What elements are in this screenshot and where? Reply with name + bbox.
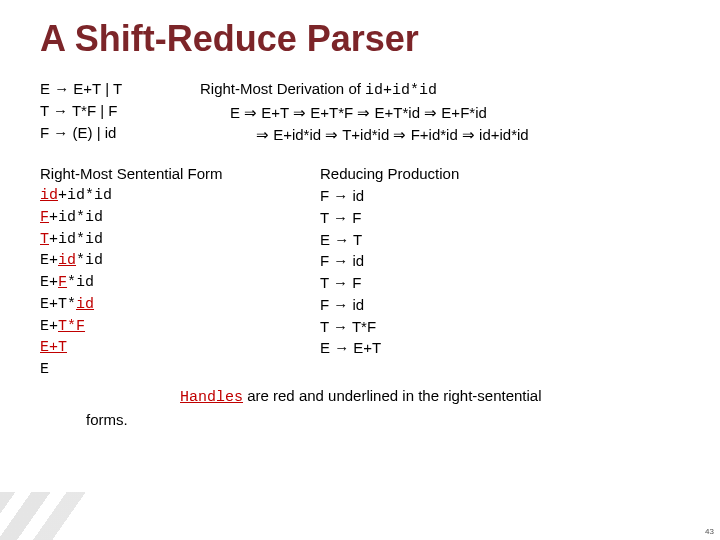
grammar-line: T → T*F | F [40, 100, 200, 122]
production-line: E → T [320, 229, 688, 251]
sent-post: +id*id [58, 187, 112, 204]
handle: id [58, 252, 76, 269]
sentential-column: Right-Most Sentential Form id+id*id F+id… [40, 163, 320, 381]
page-number: 43 [705, 527, 714, 536]
handle: F [40, 209, 49, 226]
sent-pre: E+ [40, 274, 58, 291]
grammar-line: F → (E) | id [40, 122, 200, 144]
production-line: T → F [320, 272, 688, 294]
sent-pre: E+ [40, 318, 58, 335]
sent-post: +id*id [49, 231, 103, 248]
handle: T [40, 231, 49, 248]
sent-pre: E+T* [40, 296, 76, 313]
corner-decoration [0, 492, 121, 540]
production-column: Reducing Production F → id T → F E → T F… [320, 163, 688, 381]
derivation-label: Right-Most Derivation of [200, 80, 365, 97]
production-line: T → T*F [320, 316, 688, 338]
handle: T*F [58, 318, 85, 335]
column-header-left: Right-Most Sentential Form [40, 163, 320, 185]
derivation-block: Right-Most Derivation of id+id*id E ⇒ E+… [200, 78, 688, 145]
handle: F [58, 274, 67, 291]
derivation-line: ⇒ E+id*id ⇒ T+id*id ⇒ F+id*id ⇒ id+id*id [200, 124, 688, 146]
handle: id [40, 187, 58, 204]
sent-pre: E+ [40, 252, 58, 269]
production-line: F → id [320, 250, 688, 272]
column-header-right: Reducing Production [320, 163, 688, 185]
production-line: E → E+T [320, 337, 688, 359]
footnote-text: are red and underlined in the right-sent… [243, 387, 542, 404]
sent-post: +id*id [49, 209, 103, 226]
slide-title: A Shift-Reduce Parser [40, 18, 688, 60]
footnote: Handles are red and underlined in the ri… [40, 385, 688, 431]
handles-word: Handles [180, 389, 243, 406]
derivation-target: id+id*id [365, 82, 437, 99]
sent-pre: E [40, 361, 49, 378]
handle: E+T [40, 339, 67, 356]
production-line: T → F [320, 207, 688, 229]
footnote-forms: forms. [40, 409, 688, 431]
sent-post: *id [76, 252, 103, 269]
derivation-line: E ⇒ E+T ⇒ E+T*F ⇒ E+T*id ⇒ E+F*id [200, 102, 688, 124]
handle: id [76, 296, 94, 313]
sent-post: *id [67, 274, 94, 291]
grammar-block: E → E+T | T T → T*F | F F → (E) | id [40, 78, 200, 145]
production-line: F → id [320, 294, 688, 316]
production-line: F → id [320, 185, 688, 207]
grammar-line: E → E+T | T [40, 78, 200, 100]
